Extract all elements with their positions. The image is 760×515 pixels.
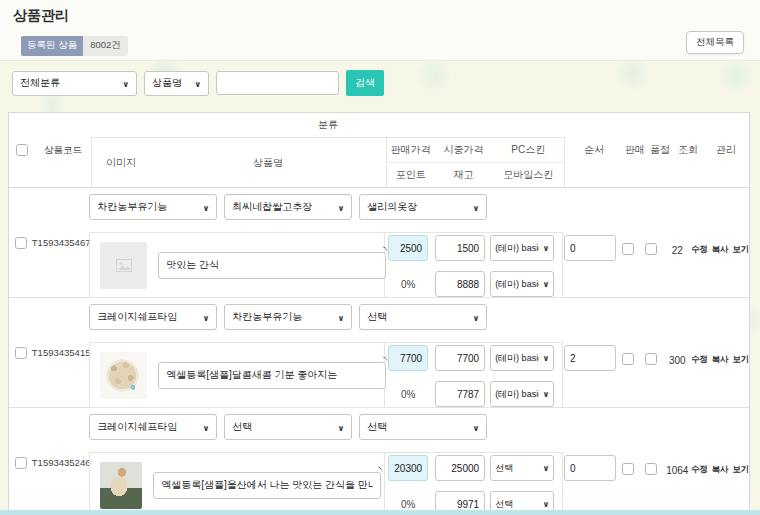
soldout-checkbox[interactable] — [645, 463, 657, 475]
footer-strip — [0, 510, 760, 515]
category3-select[interactable]: 선택 — [359, 304, 487, 330]
sale-checkbox[interactable] — [622, 463, 634, 475]
table-row: T1593435415 크레이지쉐프타임 차칸농부유기능 선택 — [9, 298, 749, 408]
search-button[interactable]: 검색 — [346, 70, 384, 96]
category2-value: 최씨네찹쌀고추장 — [232, 200, 312, 214]
sale-checkbox[interactable] — [622, 243, 634, 255]
product-admin-page: 상품관리 등록된 상품 8002건 전체목록 전체분류 상품명 검색 상품코드 … — [0, 0, 760, 515]
chevron-down-icon — [543, 463, 550, 473]
image-placeholder-icon — [116, 259, 132, 272]
market-price-input[interactable] — [435, 235, 485, 261]
pc-skin-value: (테마) basic — [495, 242, 539, 255]
category3-select[interactable]: 선택 — [359, 414, 487, 440]
market-price-input[interactable] — [435, 455, 485, 481]
all-list-button[interactable]: 전체목록 — [686, 31, 744, 54]
pc-skin-value: 선택 — [495, 462, 513, 475]
stock-input[interactable] — [435, 271, 485, 297]
product-name-input[interactable] — [153, 472, 381, 499]
resize-grip-icon — [381, 246, 389, 254]
header-manage: 관리 — [703, 113, 749, 187]
point-value: 0% — [388, 279, 428, 290]
product-code: T1593435467 — [33, 188, 89, 297]
header-sale-price: 판매가격 — [387, 143, 435, 157]
category1-value: 크레이지쉐프타임 — [97, 310, 177, 324]
copy-link[interactable]: 복사 — [712, 354, 729, 366]
table-row: T1593435467 차칸농부유기능 최씨네찹쌀고추장 샐리의옷장 — [9, 188, 749, 298]
row-checkbox[interactable] — [15, 237, 27, 249]
mobile-skin-select[interactable]: (테마) basic — [490, 271, 554, 297]
copy-link[interactable]: 복사 — [712, 244, 729, 256]
chevron-down-icon — [338, 422, 345, 433]
view-link[interactable]: 보기 — [732, 464, 749, 476]
pc-skin-select[interactable]: 선택 — [490, 455, 554, 481]
pc-skin-select[interactable]: (테마) basic — [490, 345, 554, 371]
product-name-input[interactable] — [158, 252, 386, 279]
category2-select[interactable]: 선택 — [224, 414, 352, 440]
market-price-input[interactable] — [435, 345, 485, 371]
header-code: 상품코드 — [35, 113, 91, 187]
manage-links: 수정 복사 보기 — [691, 244, 749, 256]
mobile-skin-value: (테마) basic — [495, 388, 539, 401]
pc-skin-select[interactable]: (테마) basic — [490, 235, 554, 261]
page-title: 상품관리 — [13, 7, 69, 25]
sale-checkbox[interactable] — [622, 353, 634, 365]
chevron-down-icon — [195, 78, 202, 89]
view-link[interactable]: 보기 — [732, 244, 749, 256]
category3-select[interactable]: 샐리의옷장 — [359, 194, 487, 220]
category1-select[interactable]: 크레이지쉐프타임 — [89, 304, 217, 330]
category1-select[interactable]: 차칸농부유기능 — [89, 194, 217, 220]
category3-value: 선택 — [367, 420, 387, 434]
search-field-value: 상품명 — [152, 76, 182, 90]
pc-skin-value: (테마) basic — [495, 352, 539, 365]
search-filter-bar: 전체분류 상품명 검색 — [12, 70, 384, 96]
category2-select[interactable]: 차칸농부유기능 — [224, 304, 352, 330]
view-link[interactable]: 보기 — [732, 354, 749, 366]
keyword-input[interactable] — [216, 71, 339, 95]
mobile-skin-value: 선택 — [495, 498, 513, 511]
edit-link[interactable]: 수정 — [691, 244, 708, 256]
chevron-down-icon — [473, 422, 480, 433]
sale-price-input[interactable] — [388, 235, 428, 261]
header-soldout: 품절 — [647, 113, 673, 187]
header-category: 분류 — [91, 113, 565, 137]
resize-grip-icon — [376, 466, 384, 474]
row-checkbox[interactable] — [15, 457, 27, 469]
manage-links: 수정 복사 보기 — [691, 464, 749, 476]
badge-count: 8002건 — [83, 36, 128, 56]
chevron-down-icon — [203, 202, 210, 213]
chevron-down-icon — [543, 279, 550, 289]
header-views: 조회 — [673, 113, 703, 187]
category-filter-select[interactable]: 전체분류 — [12, 71, 137, 96]
product-table: 상품코드 분류 이미지 상품명 판매가격 시중가격 PC스킨 포인트 재 — [8, 112, 750, 515]
header-sale: 판매 — [623, 113, 647, 187]
sale-price-input[interactable] — [388, 455, 428, 481]
product-name-input[interactable] — [158, 362, 386, 389]
chevron-down-icon — [203, 312, 210, 323]
mobile-skin-select[interactable]: (테마) basic — [490, 381, 554, 407]
stock-input[interactable] — [435, 381, 485, 407]
chevron-down-icon — [338, 202, 345, 213]
category2-select[interactable]: 최씨네찹쌀고추장 — [224, 194, 352, 220]
copy-link[interactable]: 복사 — [712, 464, 729, 476]
manage-links: 수정 복사 보기 — [691, 354, 749, 366]
soldout-checkbox[interactable] — [645, 353, 657, 365]
top-header: 상품관리 등록된 상품 8002건 전체목록 — [0, 0, 760, 61]
row-checkbox[interactable] — [15, 347, 27, 359]
search-field-select[interactable]: 상품명 — [144, 71, 209, 96]
chevron-down-icon — [203, 422, 210, 433]
sale-price-input[interactable] — [388, 345, 428, 371]
registered-count-badge: 등록된 상품 8002건 — [21, 36, 128, 56]
header-mobile-skin: 모바일스킨 — [492, 168, 564, 182]
badge-label: 등록된 상품 — [21, 36, 83, 56]
order-input[interactable] — [564, 455, 616, 481]
edit-link[interactable]: 수정 — [691, 464, 708, 476]
resize-grip-icon — [381, 356, 389, 364]
chevron-down-icon — [543, 353, 550, 363]
category1-select[interactable]: 크레이지쉐프타임 — [89, 414, 217, 440]
order-input[interactable] — [564, 235, 616, 261]
chevron-down-icon — [123, 78, 130, 89]
soldout-checkbox[interactable] — [645, 243, 657, 255]
select-all-checkbox[interactable] — [16, 144, 28, 156]
edit-link[interactable]: 수정 — [691, 354, 708, 366]
order-input[interactable] — [564, 345, 616, 371]
